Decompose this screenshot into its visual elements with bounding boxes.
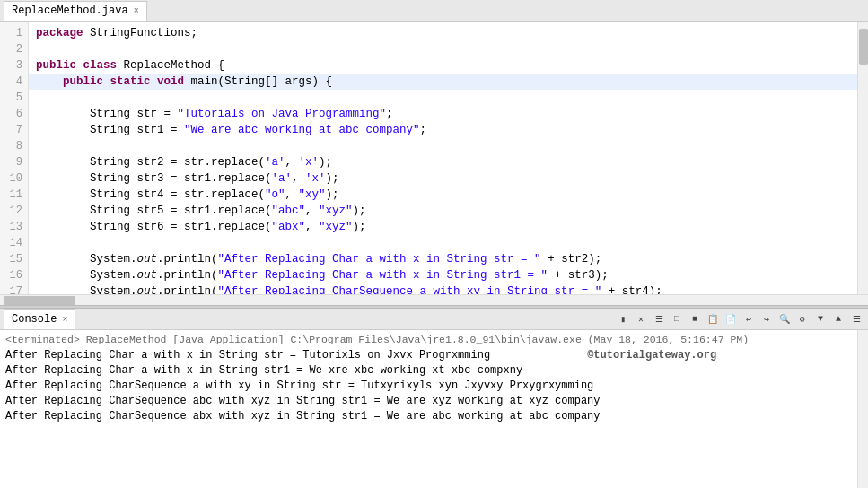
console-icon-12[interactable]: ▼ xyxy=(812,311,829,327)
editor-content: 1 2 3 4 5 6 7 8 9 10 11 12 13 14 15 16 1… xyxy=(0,22,868,294)
editor-tab-bar: ReplaceMethod.java × xyxy=(0,0,868,22)
output-line-4: After Replacing CharSequence abc with xy… xyxy=(5,395,601,407)
watermark: ©tutorialgateway.org xyxy=(587,349,716,362)
line-numbers: 1 2 3 4 5 6 7 8 9 10 11 12 13 14 15 16 1… xyxy=(0,22,29,294)
console-icon-9[interactable]: ↪ xyxy=(758,311,775,327)
console-icon-14[interactable]: ☰ xyxy=(848,311,864,327)
console-icon-bar: ▮ ✕ ☰ □ ■ 📋 📄 ↩ ↪ 🔍 ⚙ ▼ ▲ ☰ xyxy=(615,311,864,327)
editor-scrollbar-horizontal[interactable] xyxy=(0,294,868,305)
console-icon-5[interactable]: ■ xyxy=(687,311,703,327)
code-editor[interactable]: package StringFunctions; public class Re… xyxy=(29,22,857,294)
editor-tab[interactable]: ReplaceMethod.java × xyxy=(4,1,147,21)
console-tab[interactable]: Console × xyxy=(4,309,75,329)
main-window: ReplaceMethod.java × 1 2 3 4 5 6 7 8 9 1… xyxy=(0,0,868,488)
console-icon-8[interactable]: ↩ xyxy=(741,311,757,327)
editor-tab-close[interactable]: × xyxy=(134,6,139,16)
console-icon-13[interactable]: ▲ xyxy=(830,311,846,327)
console-toolbar: Console × ▮ ✕ ☰ □ ■ 📋 📄 ↩ ↪ 🔍 ⚙ ▼ ▲ ☰ xyxy=(0,309,868,330)
console-icon-4[interactable]: □ xyxy=(669,311,685,327)
output-line-5: After Replacing CharSequence abx with xy… xyxy=(5,410,601,423)
console-remove-icon[interactable]: ☰ xyxy=(651,311,667,327)
console-icon-11[interactable]: ⚙ xyxy=(794,311,811,327)
console-icon-10[interactable]: 🔍 xyxy=(776,311,793,327)
console-clear-icon[interactable]: ▮ xyxy=(615,311,631,327)
editor-pane: 1 2 3 4 5 6 7 8 9 10 11 12 13 14 15 16 1… xyxy=(0,22,868,305)
terminated-line: <terminated> ReplaceMethod [Java Applica… xyxy=(5,334,749,345)
console-tab-close[interactable]: × xyxy=(62,315,67,325)
editor-scrollbar-thumb[interactable] xyxy=(859,29,868,65)
console-pane: Console × ▮ ✕ ☰ □ ■ 📋 📄 ↩ ↪ 🔍 ⚙ ▼ ▲ ☰ xyxy=(0,309,868,488)
console-output[interactable]: <terminated> ReplaceMethod [Java Applica… xyxy=(0,330,857,488)
output-line-3: After Replacing CharSequence a with xy i… xyxy=(5,379,593,392)
line-4-highlight: public static void main(String[] args) { xyxy=(29,74,857,90)
editor-h-thumb[interactable] xyxy=(4,296,75,305)
editor-tab-label: ReplaceMethod.java xyxy=(12,4,128,17)
console-paste-icon[interactable]: 📄 xyxy=(723,311,739,327)
editor-scrollbar-vertical[interactable] xyxy=(857,22,868,294)
console-scrollbar[interactable] xyxy=(857,330,868,488)
output-line-2: After Replacing Char a with x in String … xyxy=(5,364,522,377)
console-content-area: <terminated> ReplaceMethod [Java Applica… xyxy=(0,330,868,488)
console-tab-label: Console xyxy=(12,313,57,326)
output-line-1: After Replacing Char a with x in String … xyxy=(5,349,490,362)
console-copy-icon[interactable]: 📋 xyxy=(705,311,721,327)
console-stop-icon[interactable]: ✕ xyxy=(633,311,649,327)
